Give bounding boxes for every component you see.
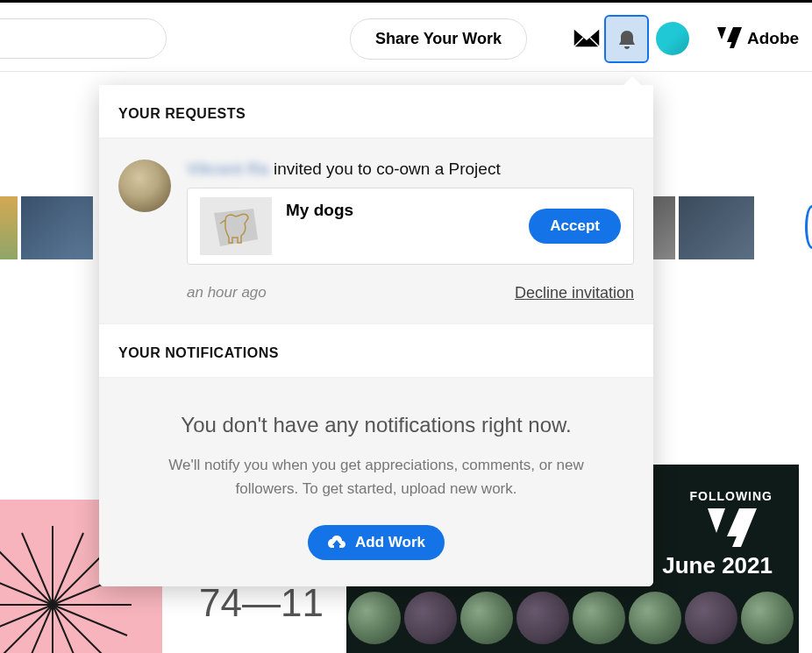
add-work-button[interactable]: Add Work (308, 525, 445, 560)
bell-icon (617, 29, 637, 50)
svg-line-7 (0, 548, 53, 605)
adobe-a-icon (708, 508, 757, 547)
invite-suffix: invited you to co-own a Project (269, 160, 501, 178)
adobe-a-icon (717, 27, 742, 50)
dog-sketch-icon (210, 204, 262, 248)
request-message: Vikrant Ra invited you to co-own a Proje… (187, 160, 634, 179)
thumbnail[interactable] (21, 196, 93, 259)
project-thumbnail (200, 197, 272, 255)
project-card[interactable]: My dogs Accept (187, 188, 634, 265)
request-timestamp: an hour ago (187, 284, 267, 302)
notifications-section-header: YOUR NOTIFICATIONS (99, 324, 653, 378)
cloud-upload-icon (327, 535, 346, 550)
accept-button[interactable]: Accept (529, 209, 621, 244)
empty-state-subtitle: We'll notify you when you get appreciati… (125, 453, 627, 500)
popover-arrow (622, 76, 643, 87)
notifications-empty-state: You don't have any notifications right n… (99, 378, 653, 586)
user-avatar[interactable] (656, 22, 689, 55)
notifications-button[interactable] (604, 15, 649, 63)
requests-section-header: YOUR REQUESTS (99, 85, 653, 138)
requester-avatar[interactable] (118, 160, 171, 212)
adobe-label: Adobe (747, 29, 799, 48)
project-title: My dogs (286, 197, 515, 220)
month-label: June 2021 (662, 552, 773, 579)
adobe-logo[interactable]: Adobe (717, 27, 799, 50)
thumbnail[interactable] (0, 196, 18, 259)
decline-link[interactable]: Decline invitation (515, 284, 634, 302)
mail-icon[interactable] (573, 28, 600, 51)
svg-line-3 (53, 605, 110, 653)
thumbnail-strip-right (649, 196, 754, 259)
notifications-popover: YOUR REQUESTS Vikrant Ra invited you to … (99, 85, 653, 586)
empty-state-title: You don't have any notifications right n… (125, 413, 627, 437)
thumbnail[interactable] (679, 196, 754, 259)
share-work-button[interactable]: Share Your Work (350, 18, 527, 60)
requester-name[interactable]: Vikrant Ra (187, 160, 269, 178)
project-number-text: 74—11 (199, 581, 324, 625)
svg-line-5 (0, 605, 53, 653)
following-badge: FOLLOWING (689, 489, 773, 503)
add-work-label: Add Work (355, 534, 425, 551)
request-item: Vikrant Ra invited you to co-own a Proje… (99, 138, 653, 324)
succulent-row (346, 583, 799, 653)
search-input[interactable] (0, 18, 167, 59)
top-navigation: Share Your Work Adobe (0, 0, 812, 72)
